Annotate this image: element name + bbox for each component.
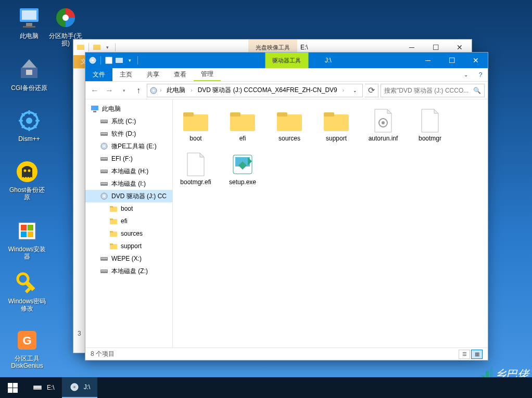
svg-rect-69: [183, 112, 194, 117]
desktop-icon-this-pc[interactable]: 此电脑: [9, 5, 49, 40]
view-icons-icon[interactable]: ▦: [471, 350, 483, 359]
file-list[interactable]: bootefisourcessupportautorun.infbootmgrb…: [173, 99, 488, 348]
dropdown-icon[interactable]: ▾: [103, 43, 111, 52]
svg-point-20: [24, 170, 27, 172]
file-item[interactable]: efi: [224, 106, 261, 145]
titlebar[interactable]: ▾ 驱动器工具 J:\ ─ ☐ ✕: [85, 53, 488, 68]
nav-back-icon[interactable]: ←: [88, 84, 101, 97]
folder-icon: [109, 229, 118, 238]
file-tab[interactable]: 文件: [85, 68, 112, 81]
file-name: boot: [180, 135, 212, 143]
svg-rect-3: [23, 26, 35, 28]
file-item[interactable]: boot: [177, 106, 214, 145]
tree-node[interactable]: sources: [85, 227, 172, 240]
context-tab[interactable]: 驱动器工具: [265, 53, 308, 68]
file-item[interactable]: bootmgr: [411, 106, 449, 145]
tree-node[interactable]: 本地磁盘 (Z:): [85, 265, 172, 277]
partition-assistant-icon: [53, 5, 78, 30]
diskgenius-icon: G: [15, 328, 40, 353]
tree-node[interactable]: 此电脑: [85, 102, 172, 115]
file-item[interactable]: support: [318, 106, 355, 145]
windows-installer-icon: [15, 219, 40, 243]
cd-icon: [149, 86, 158, 95]
dropdown-icon[interactable]: ▾: [125, 56, 134, 65]
refresh-icon[interactable]: ⟳: [365, 84, 378, 97]
view-tab[interactable]: 查看: [167, 68, 194, 81]
file-item[interactable]: bootmgr.efi: [177, 149, 214, 189]
home-tab[interactable]: 主页: [112, 68, 140, 81]
tree-node[interactable]: WEPE (X:): [85, 252, 172, 265]
svg-rect-82: [34, 386, 41, 388]
taskbar-button-task-e[interactable]: E:\: [25, 377, 62, 398]
breadcrumb-dropdown-icon[interactable]: ⌄: [350, 84, 360, 97]
help-icon[interactable]: ?: [473, 68, 488, 81]
nav-forward-icon: →: [103, 84, 116, 97]
cd-icon: [100, 142, 108, 150]
tree-node[interactable]: boot: [85, 202, 172, 215]
windows-logo-icon: [8, 383, 18, 393]
tree-label: 本地磁盘 (Z:): [111, 267, 148, 276]
breadcrumb[interactable]: › 此电脑 › DVD 驱动器 (J:) CCCOMA_X64FRE_ZH-CN…: [147, 84, 363, 97]
view-details-icon[interactable]: ☰: [459, 350, 470, 359]
desktop-icon-windows-installer[interactable]: Windows安装器: [7, 219, 47, 261]
statusbar: 8 个项目 ☰ ▦: [85, 348, 488, 360]
svg-rect-51: [101, 170, 107, 172]
search-input[interactable]: [384, 87, 470, 94]
manage-tab[interactable]: 管理: [194, 68, 221, 81]
tree-label: 本地磁盘 (H:): [111, 167, 148, 176]
nav-up-icon[interactable]: ↑: [132, 84, 145, 97]
file-name: setup.exe: [226, 179, 259, 186]
svg-rect-43: [101, 120, 107, 122]
tree-node[interactable]: 系统 (C:): [85, 115, 172, 127]
start-button[interactable]: [0, 377, 25, 398]
desktop-icon-diskgenius[interactable]: G分区工具DiskGenius: [7, 328, 47, 370]
chevron-right-icon[interactable]: ›: [341, 87, 345, 93]
drive-icon: [100, 179, 108, 188]
tree-node[interactable]: 本地磁盘 (H:): [85, 165, 172, 177]
search-icon[interactable]: 🔍: [473, 87, 481, 94]
maximize-button[interactable]: ☐: [440, 53, 464, 68]
svg-rect-71: [230, 112, 240, 117]
props-icon[interactable]: [105, 56, 113, 65]
tree-node[interactable]: DVD 驱动器 (J:) CC: [85, 190, 172, 202]
tree-node[interactable]: efi: [85, 215, 172, 227]
tree-node[interactable]: 软件 (D:): [85, 127, 172, 140]
svg-point-39: [153, 89, 155, 92]
minimize-button[interactable]: ─: [416, 53, 440, 68]
breadcrumb-item[interactable]: DVD 驱动器 (J:) CCCOMA_X64FRE_ZH-CN_DV9: [195, 84, 340, 97]
breadcrumb-item[interactable]: 此电脑: [163, 84, 188, 97]
computer-icon: [91, 105, 99, 113]
desktop-icon-label: Windows密码修改: [7, 298, 47, 313]
tree-node[interactable]: support: [85, 240, 172, 252]
file-name: bootmgr: [414, 135, 446, 143]
svg-point-21: [28, 170, 31, 172]
svg-rect-23: [21, 225, 27, 230]
app-icon: [77, 43, 85, 52]
tree-node[interactable]: EFI (F:): [85, 152, 172, 165]
taskbar-button-task-j[interactable]: J:\: [62, 377, 98, 398]
svg-rect-74: [324, 114, 349, 131]
tree-label: efi: [121, 217, 128, 225]
file-item[interactable]: setup.exe: [224, 149, 261, 189]
tree-node[interactable]: 本地磁盘 (I:): [85, 177, 172, 190]
desktop-icon-cgi-backup[interactable]: CGI备份还原: [9, 57, 49, 92]
tree-node[interactable]: 微PE工具箱 (E:): [85, 140, 172, 152]
nav-tree[interactable]: 此电脑系统 (C:)软件 (D:)微PE工具箱 (E:)EFI (F:)本地磁盘…: [85, 99, 173, 348]
desktop-icon-dism[interactable]: Dism++: [9, 108, 49, 143]
close-button[interactable]: ✕: [464, 53, 488, 68]
desktop-icon-label: Ghost备份还原: [7, 186, 47, 201]
desktop-icon-windows-password[interactable]: Windows密码修改: [7, 271, 47, 313]
folder-icon: [93, 43, 101, 52]
nav-recent-icon[interactable]: ▾: [118, 84, 130, 97]
desktop-icon-ghost-backup[interactable]: Ghost备份还原: [7, 159, 47, 201]
chevron-right-icon[interactable]: ›: [189, 87, 193, 93]
expand-ribbon-icon[interactable]: ⌄: [459, 68, 473, 81]
tree-label: 微PE工具箱 (E:): [111, 142, 157, 151]
search-box[interactable]: 🔍: [381, 84, 485, 97]
share-tab[interactable]: 共享: [140, 68, 167, 81]
file-item[interactable]: autorun.inf: [364, 106, 402, 145]
file-item[interactable]: sources: [271, 106, 308, 145]
file-name: efi: [226, 135, 259, 143]
chevron-right-icon[interactable]: ›: [159, 87, 162, 93]
folder-icon: [322, 108, 351, 133]
